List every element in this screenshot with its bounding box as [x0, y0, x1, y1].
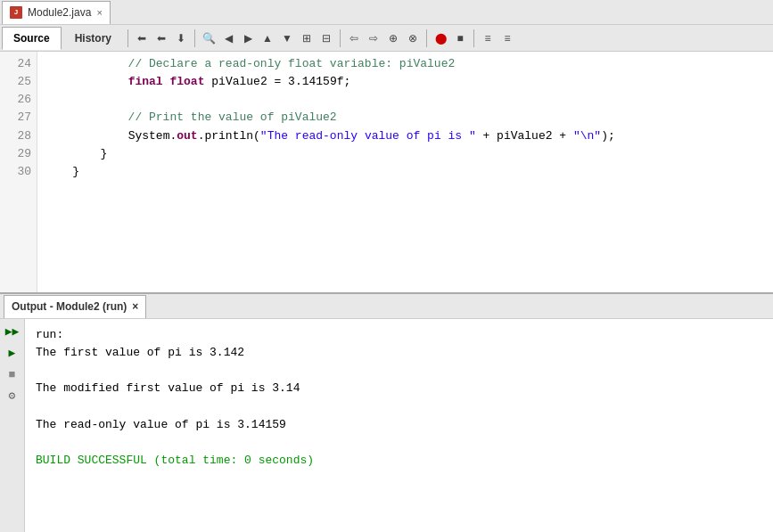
tab-source[interactable]: Source: [2, 27, 62, 50]
toolbar-btn-lines1[interactable]: ≡: [479, 29, 497, 47]
toolbar-btn-right[interactable]: ⇨: [365, 29, 382, 47]
editor-container: J Module2.java × Source History ⬅ ⬅ ⬇ 🔍 …: [0, 0, 773, 294]
output-container: Output - Module2 (run) × ▶▶ ▶ ■ ⚙ run: T…: [0, 294, 773, 532]
toolbar-sep-1: [127, 29, 128, 47]
code-line-30: }: [45, 165, 79, 178]
stop-button[interactable]: ■: [4, 365, 21, 383]
out-line-1: The first value of pi is 3.142: [36, 346, 244, 359]
output-tab[interactable]: Output - Module2 (run) ×: [4, 295, 146, 318]
code-comment-2: // Print the value of piValue2: [45, 110, 337, 124]
file-tab-bar: J Module2.java ×: [0, 0, 773, 25]
toolbar-btn-minus[interactable]: ⊟: [317, 29, 335, 47]
java-file-icon: J: [10, 6, 22, 19]
run-button[interactable]: ▶: [4, 344, 21, 362]
line-num-28: 28: [5, 127, 31, 145]
toolbar-btn-forward[interactable]: ⬅: [152, 29, 170, 47]
code-comment-1: // Declare a read-only float variable: p…: [45, 57, 455, 70]
output-tab-bar: Output - Module2 (run) ×: [0, 294, 773, 319]
line-num-24: 24: [5, 55, 31, 73]
toolbar-btn-plus[interactable]: ⊕: [384, 29, 402, 47]
code-line-25: final float piValue2 = 3.14159f;: [45, 75, 350, 88]
settings-button[interactable]: ⚙: [4, 387, 21, 405]
toolbar-btn-record[interactable]: ⬤: [432, 29, 449, 47]
line-num-30: 30: [5, 163, 31, 181]
output-text: run: The first value of pi is 3.142 The …: [25, 319, 773, 532]
toolbar-btn-down[interactable]: ⬇: [172, 29, 190, 47]
tab-history[interactable]: History: [63, 27, 123, 50]
output-content-area: ▶▶ ▶ ■ ⚙ run: The first value of pi is 3…: [0, 319, 773, 532]
output-tab-close[interactable]: ×: [132, 300, 138, 313]
line-num-29: 29: [5, 145, 31, 163]
toolbar-sep-5: [473, 29, 474, 47]
file-tab-module2[interactable]: J Module2.java ×: [2, 1, 111, 24]
tab-history-label: History: [75, 32, 111, 45]
line-num-26: 26: [5, 91, 31, 109]
toolbar-btn-lines2[interactable]: ≡: [498, 29, 516, 47]
tab-source-label: Source: [13, 32, 50, 45]
code-line-28: System.out.println("The read-only value …: [45, 129, 615, 143]
toolbar-sep-4: [426, 29, 427, 47]
toolbar-btn-next[interactable]: ▶: [239, 29, 257, 47]
out-line-2: The modified first value of pi is 3.14: [36, 381, 300, 395]
output-sidebar: ▶▶ ▶ ■ ⚙: [0, 319, 25, 532]
toolbar-btn-left[interactable]: ⇦: [345, 29, 363, 47]
toolbar-btn-stop[interactable]: ■: [451, 29, 469, 47]
code-editor[interactable]: // Declare a read-only float variable: p…: [37, 52, 773, 292]
out-line-3: The read-only value of pi is 3.14159: [36, 418, 286, 431]
file-tab-label: Module2.java: [28, 6, 91, 19]
file-tab-close[interactable]: ×: [96, 7, 102, 18]
toolbar-btn-prev[interactable]: ◀: [219, 29, 237, 47]
line-numbers: 24 25 26 27 28 29 30: [0, 52, 37, 292]
toolbar-btn-dn2[interactable]: ▼: [278, 29, 296, 47]
run-all-button[interactable]: ▶▶: [4, 323, 21, 340]
source-toolbar: Source History ⬅ ⬅ ⬇ 🔍 ◀ ▶ ▲ ▼ ⊞ ⊟ ⇦ ⇨ ⊕…: [0, 25, 773, 52]
output-tab-label: Output - Module2 (run): [12, 300, 127, 313]
toolbar-btn-x[interactable]: ⊗: [404, 29, 422, 47]
out-line-run: run:: [36, 328, 63, 341]
toolbar-btn-grid[interactable]: ⊞: [298, 29, 316, 47]
code-area: 24 25 26 27 28 29 30 // Declare a read-o…: [0, 52, 773, 292]
toolbar-btn-up2[interactable]: ▲: [259, 29, 276, 47]
line-num-25: 25: [5, 73, 31, 91]
toolbar-sep-3: [340, 29, 341, 47]
code-line-29: }: [45, 147, 107, 160]
toolbar-sep-2: [194, 29, 195, 47]
toolbar-btn-search[interactable]: 🔍: [200, 29, 218, 47]
out-line-build: BUILD SUCCESSFUL (total time: 0 seconds): [36, 454, 314, 467]
line-num-27: 27: [5, 109, 31, 127]
toolbar-btn-back[interactable]: ⬅: [133, 29, 151, 47]
